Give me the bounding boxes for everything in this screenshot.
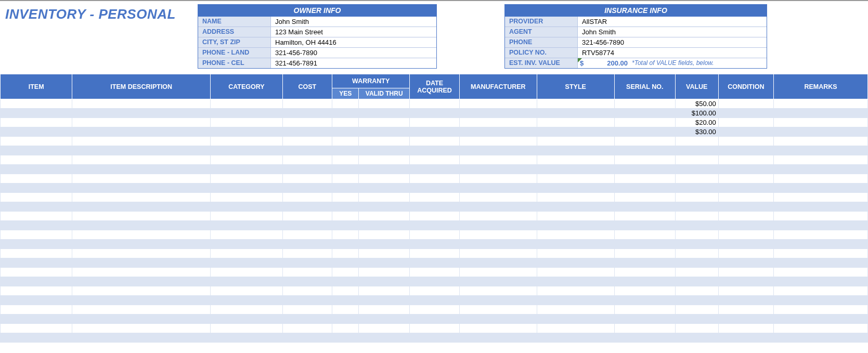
table-row[interactable] — [1, 202, 868, 212]
table-cell[interactable] — [459, 109, 537, 118]
table-cell[interactable] — [1, 240, 72, 249]
table-cell[interactable] — [72, 212, 211, 221]
table-cell[interactable] — [332, 324, 359, 333]
table-cell[interactable] — [614, 174, 675, 184]
table-cell[interactable] — [410, 315, 460, 324]
table-cell[interactable] — [774, 249, 868, 258]
table-cell[interactable] — [675, 249, 718, 258]
table-cell[interactable] — [282, 184, 332, 193]
table-cell[interactable] — [459, 249, 537, 258]
table-cell[interactable] — [72, 109, 211, 118]
table-cell[interactable] — [537, 268, 614, 277]
table-cell[interactable] — [211, 286, 282, 296]
table-cell[interactable] — [718, 277, 773, 286]
table-cell[interactable] — [774, 109, 868, 118]
owner-info-value[interactable]: Hamilton, OH 44416 — [271, 37, 436, 47]
table-cell[interactable] — [718, 137, 773, 146]
table-cell[interactable] — [459, 324, 537, 333]
table-cell[interactable] — [718, 296, 773, 305]
table-cell[interactable] — [72, 127, 211, 137]
table-cell[interactable] — [359, 230, 410, 240]
table-cell[interactable] — [614, 230, 675, 240]
table-cell[interactable] — [282, 249, 332, 258]
table-cell[interactable] — [1, 268, 72, 277]
table-cell[interactable] — [537, 277, 614, 286]
table-cell[interactable] — [675, 137, 718, 146]
table-cell[interactable] — [1, 202, 72, 212]
table-cell[interactable]: $30.00 — [675, 127, 718, 137]
table-cell[interactable] — [359, 146, 410, 155]
table-cell[interactable] — [614, 155, 675, 165]
table-cell[interactable] — [410, 127, 460, 137]
table-cell[interactable] — [72, 315, 211, 324]
table-cell[interactable] — [1, 99, 72, 109]
table-cell[interactable] — [718, 118, 773, 127]
table-cell[interactable] — [614, 258, 675, 268]
table-cell[interactable] — [282, 118, 332, 127]
table-cell[interactable] — [459, 221, 537, 230]
table-cell[interactable] — [211, 277, 282, 286]
table-cell[interactable] — [211, 155, 282, 165]
table-cell[interactable] — [1, 221, 72, 230]
table-cell[interactable] — [718, 268, 773, 277]
col-warranty[interactable]: WARRANTY — [332, 74, 410, 88]
table-row[interactable] — [1, 230, 868, 240]
table-cell[interactable] — [211, 137, 282, 146]
table-cell[interactable] — [211, 249, 282, 258]
table-cell[interactable] — [410, 221, 460, 230]
table-cell[interactable] — [72, 184, 211, 193]
table-cell[interactable] — [718, 202, 773, 212]
table-cell[interactable] — [410, 268, 460, 277]
table-cell[interactable] — [410, 174, 460, 184]
table-cell[interactable] — [359, 99, 410, 109]
table-cell[interactable] — [537, 249, 614, 258]
table-cell[interactable] — [1, 137, 72, 146]
table-cell[interactable] — [459, 155, 537, 165]
table-cell[interactable] — [537, 258, 614, 268]
table-cell[interactable] — [410, 230, 460, 240]
col-remarks[interactable]: REMARKS — [774, 74, 868, 99]
table-cell[interactable] — [72, 165, 211, 174]
table-cell[interactable] — [774, 333, 868, 343]
table-cell[interactable] — [675, 333, 718, 343]
table-cell[interactable] — [675, 212, 718, 221]
table-cell[interactable] — [211, 221, 282, 230]
table-cell[interactable] — [459, 212, 537, 221]
table-cell[interactable] — [72, 221, 211, 230]
table-cell[interactable] — [774, 202, 868, 212]
table-cell[interactable] — [718, 230, 773, 240]
table-cell[interactable] — [282, 286, 332, 296]
table-cell[interactable] — [211, 268, 282, 277]
col-manufacturer[interactable]: MANUFACTURER — [459, 74, 537, 99]
table-cell[interactable] — [282, 258, 332, 268]
table-cell[interactable] — [718, 146, 773, 155]
insurance-info-value[interactable]: RTV58774 — [578, 48, 767, 58]
table-cell[interactable] — [1, 296, 72, 305]
table-cell[interactable] — [614, 165, 675, 174]
table-cell[interactable] — [72, 286, 211, 296]
table-row[interactable] — [1, 146, 868, 155]
table-cell[interactable] — [774, 258, 868, 268]
table-cell[interactable] — [332, 305, 359, 315]
table-cell[interactable] — [537, 315, 614, 324]
owner-info-value[interactable]: 321-456-7891 — [271, 58, 436, 68]
table-row[interactable] — [1, 174, 868, 184]
table-cell[interactable] — [359, 286, 410, 296]
table-cell[interactable] — [675, 296, 718, 305]
table-cell[interactable] — [774, 127, 868, 137]
table-cell[interactable] — [614, 221, 675, 230]
table-row[interactable] — [1, 193, 868, 202]
table-cell[interactable] — [459, 230, 537, 240]
table-cell[interactable] — [72, 249, 211, 258]
table-row[interactable]: $20.00 — [1, 118, 868, 127]
table-cell[interactable] — [774, 230, 868, 240]
table-cell[interactable] — [774, 137, 868, 146]
table-cell[interactable] — [282, 268, 332, 277]
table-cell[interactable] — [1, 286, 72, 296]
table-cell[interactable] — [282, 193, 332, 202]
table-cell[interactable] — [211, 127, 282, 137]
table-cell[interactable] — [72, 333, 211, 343]
table-cell[interactable] — [282, 109, 332, 118]
table-cell[interactable] — [359, 202, 410, 212]
col-serial-no[interactable]: SERIAL NO. — [614, 74, 675, 99]
